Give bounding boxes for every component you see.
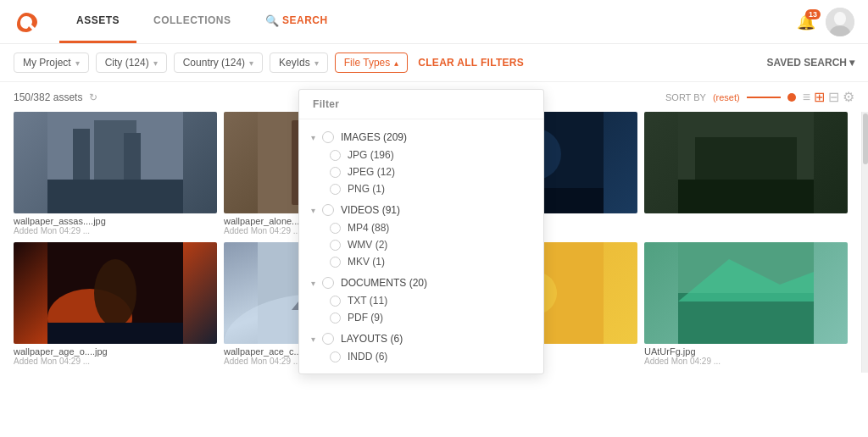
asset-thumbnail (644, 112, 848, 213)
asset-name: UAtUrFg.jpg (644, 346, 848, 357)
images-group-header: ▾ IMAGES (209) (299, 128, 543, 147)
settings-icon[interactable]: ⚙ (843, 89, 854, 105)
svg-rect-7 (47, 180, 183, 213)
documents-radio[interactable] (322, 277, 334, 289)
radio-icon (330, 257, 341, 268)
radio-icon (330, 313, 341, 324)
sort-reset-link[interactable]: (reset) (713, 92, 740, 102)
asset-thumbnail (14, 112, 217, 213)
txt-item[interactable]: TXT (11) (299, 292, 543, 309)
layouts-group: ▾ LAYOUTS (6) INDD (6) (299, 328, 543, 367)
asset-name: wallpaper_age_o....jpg (14, 346, 217, 357)
logo-icon (14, 9, 39, 35)
collapse-icon[interactable]: ▾ (311, 335, 315, 344)
large-grid-view-icon[interactable]: ⊟ (828, 89, 839, 105)
asset-card[interactable]: UAtUrFg.jpg Added Mon 04:29 ... (644, 242, 848, 366)
layouts-group-header: ▾ LAYOUTS (6) (299, 329, 543, 348)
videos-group: ▾ VIDEOS (91) MP4 (88) WMV (2) MKV (1) (299, 199, 543, 272)
assets-count: 150/382 assets (14, 91, 82, 103)
scrollbar[interactable] (861, 112, 868, 373)
asset-date: Added Mon 04:29 ... (14, 357, 217, 366)
png-item[interactable]: PNG (1) (299, 180, 543, 197)
radio-icon (330, 150, 341, 161)
file-types-filter[interactable]: File Types ▴ (335, 53, 408, 73)
jpg-item[interactable]: JPG (196) (299, 147, 543, 163)
nav-tabs: ASSETS COLLECTIONS 🔍 SEARCH (59, 0, 345, 43)
sort-slider-dot (787, 93, 796, 102)
radio-icon (330, 167, 341, 178)
mkv-item[interactable]: MKV (1) (299, 253, 543, 270)
filters-bar: My Project ▾ City (124) ▾ Country (124) … (0, 44, 868, 82)
images-group: ▾ IMAGES (209) JPG (196) JPEG (12) PNG (… (299, 126, 543, 199)
mp4-item[interactable]: MP4 (88) (299, 219, 543, 236)
list-view-icon[interactable]: ≡ (803, 90, 810, 105)
wmv-item[interactable]: WMV (2) (299, 236, 543, 253)
tab-collections[interactable]: COLLECTIONS (136, 0, 248, 43)
videos-radio[interactable] (322, 204, 334, 216)
radio-icon (330, 184, 341, 195)
avatar[interactable] (826, 8, 854, 36)
sort-by-label: SORT BY (665, 92, 706, 102)
scrollbar-thumb[interactable] (863, 113, 868, 164)
dropdown-header: Filter (299, 90, 543, 119)
tab-assets[interactable]: ASSETS (59, 0, 136, 43)
indd-item[interactable]: INDD (6) (299, 348, 543, 365)
radio-icon (330, 351, 341, 362)
asset-thumbnail (644, 242, 848, 344)
dropdown-body: ▾ IMAGES (209) JPG (196) JPEG (12) PNG (… (299, 119, 543, 373)
collapse-icon[interactable]: ▾ (311, 206, 315, 215)
chevron-down-icon: ▾ (314, 58, 319, 68)
chevron-down-icon: ▾ (153, 58, 158, 68)
chevron-down-icon: ▾ (249, 58, 253, 68)
svg-point-21 (94, 259, 136, 327)
svg-rect-18 (678, 180, 814, 213)
asset-date: Added Mon 04:29 ... (644, 357, 848, 366)
layouts-radio[interactable] (322, 333, 334, 345)
svg-point-1 (834, 12, 846, 25)
chevron-down-icon: ▾ (849, 57, 854, 69)
chevron-down-icon: ▾ (75, 58, 80, 68)
asset-card[interactable] (644, 112, 848, 235)
grid-view-icon[interactable]: ⊞ (814, 89, 825, 105)
sort-slider[interactable] (747, 97, 781, 98)
collapse-icon[interactable]: ▾ (311, 279, 315, 288)
documents-group: ▾ DOCUMENTS (20) TXT (11) PDF (9) (299, 272, 543, 328)
collapse-icon[interactable]: ▾ (311, 133, 315, 142)
tab-search[interactable]: 🔍 SEARCH (248, 0, 345, 43)
documents-group-header: ▾ DOCUMENTS (20) (299, 274, 543, 292)
header-right: 🔔 13 (797, 8, 854, 36)
asset-thumbnail (14, 242, 217, 344)
radio-icon (330, 240, 341, 251)
videos-group-header: ▾ VIDEOS (91) (299, 201, 543, 219)
view-icons: ≡ ⊞ ⊟ ⚙ (803, 89, 854, 105)
asset-card[interactable]: wallpaper_age_o....jpg Added Mon 04:29 .… (14, 242, 217, 366)
asset-card[interactable]: wallpaper_assas....jpg Added Mon 04:29 .… (14, 112, 217, 235)
header: ASSETS COLLECTIONS 🔍 SEARCH 🔔 13 (0, 0, 868, 44)
radio-icon (330, 223, 341, 234)
country-filter[interactable]: Country (124) ▾ (174, 53, 263, 73)
chevron-up-icon: ▴ (394, 58, 398, 68)
keyids-filter[interactable]: KeyIds ▾ (270, 53, 328, 73)
asset-date: Added Mon 04:29 ... (14, 226, 217, 235)
notification-button[interactable]: 🔔 13 (797, 13, 815, 31)
file-types-dropdown: Filter ▾ IMAGES (209) JPG (196) JPEG (12… (298, 89, 544, 374)
images-radio[interactable] (322, 131, 334, 143)
notification-badge: 13 (805, 9, 821, 19)
clear-all-filters-button[interactable]: CLEAR ALL FILTERS (418, 57, 524, 69)
my-project-filter[interactable]: My Project ▾ (14, 53, 89, 73)
saved-search-button[interactable]: SAVED SEARCH ▾ (767, 57, 854, 69)
refresh-icon[interactable]: ↻ (89, 91, 97, 103)
asset-name: wallpaper_assas....jpg (14, 216, 217, 226)
city-filter[interactable]: City (124) ▾ (96, 53, 167, 73)
radio-icon (330, 296, 341, 307)
jpeg-item[interactable]: JPEG (12) (299, 163, 543, 180)
svg-rect-22 (47, 323, 183, 344)
sort-controls: SORT BY (reset) ≡ ⊞ ⊟ ⚙ (665, 89, 854, 105)
pdf-item[interactable]: PDF (9) (299, 309, 543, 326)
search-nav-icon: 🔍 (265, 14, 280, 27)
